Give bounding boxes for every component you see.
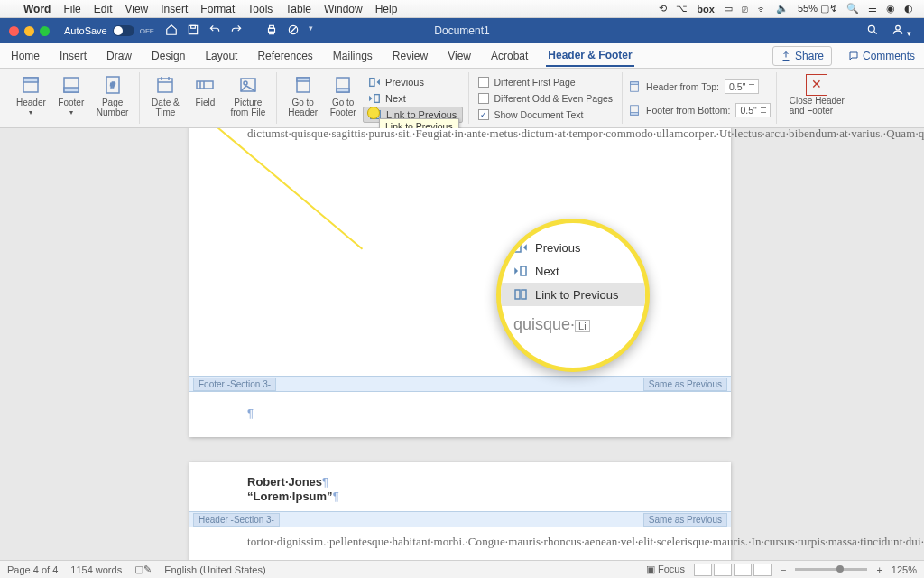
menu-view[interactable]: View — [125, 3, 148, 15]
menubar-volume-icon[interactable]: 🔈 — [776, 3, 789, 14]
previous-button[interactable]: Previous — [363, 74, 463, 90]
menu-file[interactable]: File — [63, 3, 80, 15]
menubar-user-icon[interactable]: ◉ — [886, 3, 895, 14]
field-button[interactable]: Field — [185, 72, 225, 124]
menu-window[interactable]: Window — [324, 3, 363, 15]
menu-table[interactable]: Table — [285, 3, 311, 15]
picture-from-file-button[interactable]: Picture from File — [225, 72, 271, 124]
tab-acrobat[interactable]: Acrobat — [489, 46, 530, 66]
svg-rect-29 — [631, 112, 639, 115]
titlebar-search-icon[interactable] — [866, 23, 879, 39]
tab-header-footer[interactable]: Header & Footer — [546, 45, 633, 67]
svg-rect-27 — [631, 81, 639, 84]
qat-print-icon[interactable] — [265, 23, 278, 39]
svg-rect-33 — [522, 290, 526, 299]
qat-undo-icon[interactable] — [208, 23, 221, 39]
page-upper: dictumst·quisque·sagittis·purus·sit.·Feu… — [189, 128, 731, 437]
svg-rect-4 — [269, 32, 273, 33]
zoom-slider[interactable] — [795, 568, 867, 571]
svg-rect-32 — [515, 290, 520, 299]
status-words[interactable]: 1154 words — [70, 564, 122, 575]
menubar-controlcenter-icon[interactable]: ☰ — [868, 3, 877, 14]
menu-app[interactable]: Word — [23, 3, 51, 15]
qat-none-icon[interactable] — [287, 23, 300, 39]
status-bar: Page 4 of 4 1154 words ▢✎ English (Unite… — [0, 560, 924, 578]
page-number-button[interactable]: #Page Number — [91, 72, 134, 124]
status-spellcheck-icon[interactable]: ▢✎ — [134, 564, 152, 575]
menubar-battery[interactable]: 55% ▢↯ — [798, 3, 837, 14]
titlebar-account-icon[interactable]: ▾ — [892, 23, 911, 39]
status-language[interactable]: English (United States) — [164, 564, 266, 575]
autosave-toggle[interactable]: AutoSave OFF — [64, 25, 154, 36]
menu-insert[interactable]: Insert — [161, 3, 188, 15]
tab-home[interactable]: Home — [9, 46, 42, 66]
zoom-in[interactable]: + — [876, 564, 882, 575]
body-text-1: dictumst·quisque·sagittis·purus·sit.·Feu… — [189, 128, 731, 143]
different-odd-even-checkbox[interactable]: Different Odd & Even Pages — [475, 90, 616, 107]
date-time-button[interactable]: Date & Time — [145, 72, 185, 124]
footer-content[interactable]: ¶ — [189, 394, 311, 428]
menubar-spotlight-icon[interactable]: 🔍 — [846, 3, 859, 14]
status-page[interactable]: Page 4 of 4 — [7, 564, 58, 575]
svg-point-17 — [244, 81, 247, 85]
callout-previous: Previous — [501, 236, 645, 259]
menu-edit[interactable]: Edit — [94, 3, 113, 15]
qat-customize[interactable]: ▾ — [309, 23, 313, 39]
ribbon: Header▾ Footer▾ #Page Number Date & Time… — [0, 69, 924, 128]
header-content[interactable]: Robert·Jones¶ “Lorem·Ipsum”¶ — [189, 462, 731, 511]
svg-rect-14 — [158, 79, 172, 92]
callout-link-to-previous: Link to Previous — [501, 283, 645, 306]
menubar-display-icon[interactable]: ⎚ — [742, 4, 748, 14]
qat-save-icon[interactable] — [187, 23, 199, 39]
svg-rect-9 — [23, 78, 38, 82]
ribbon-tabs: Home Insert Draw Design Layout Reference… — [0, 43, 924, 69]
svg-rect-22 — [370, 78, 374, 86]
next-button[interactable]: Next — [363, 90, 463, 107]
goto-header-button[interactable]: Go to Header — [282, 72, 323, 124]
tab-insert[interactable]: Insert — [58, 46, 88, 66]
window-controls[interactable] — [0, 26, 59, 36]
menubar-airplay-icon[interactable]: ▭ — [724, 3, 733, 14]
document-area: dictumst·quisque·sagittis·purus·sit.·Feu… — [0, 128, 924, 560]
footer-section-bar: Footer -Section 3-Same as Previous — [189, 376, 731, 392]
show-document-text-checkbox[interactable]: ✓Show Document Text — [475, 107, 616, 123]
header-button[interactable]: Header▾ — [11, 72, 51, 124]
menubar-bluetooth-icon[interactable]: ⌥ — [676, 3, 688, 14]
tab-draw[interactable]: Draw — [105, 46, 134, 66]
tab-mailings[interactable]: Mailings — [331, 46, 374, 66]
svg-text:#: # — [110, 80, 115, 89]
page-lower: Robert·Jones¶ “Lorem·Ipsum”¶ Header -Sec… — [189, 462, 731, 560]
comments-button[interactable]: Comments — [848, 50, 915, 62]
close-header-footer-button[interactable]: ✕Close Header and Footer — [782, 72, 852, 124]
footer-button[interactable]: Footer▾ — [51, 72, 91, 124]
status-focus[interactable]: ▣ Focus — [646, 564, 685, 575]
footer-from-bottom-field[interactable]: Footer from Bottom:0.5" — [628, 100, 771, 120]
different-first-page-checkbox[interactable]: Different First Page — [475, 74, 616, 90]
share-button[interactable]: Share — [772, 46, 832, 66]
tab-references[interactable]: References — [255, 46, 314, 66]
menubar-extra-icon[interactable]: ⟲ — [659, 3, 667, 14]
menu-format[interactable]: Format — [200, 3, 235, 15]
menubar-wifi-icon[interactable]: ᯤ — [757, 4, 767, 14]
tab-review[interactable]: Review — [391, 46, 430, 66]
svg-point-7 — [895, 25, 900, 30]
svg-rect-11 — [64, 88, 79, 92]
menu-help[interactable]: Help — [375, 3, 398, 15]
body-text-2a: tortor·dignissim.·pellentesque·habitant·… — [189, 527, 731, 551]
qat-home-icon[interactable] — [165, 23, 178, 39]
zoom-out[interactable]: − — [781, 564, 786, 575]
svg-rect-0 — [189, 25, 197, 33]
qat-redo-icon[interactable] — [230, 23, 243, 39]
goto-footer-button[interactable]: Go to Footer — [323, 72, 363, 124]
view-buttons[interactable] — [694, 564, 772, 576]
tab-layout[interactable]: Layout — [203, 46, 239, 66]
callout-snippet: quisque·Li — [501, 306, 645, 334]
document-title: Document1 — [434, 24, 489, 37]
zoom-level[interactable]: 125% — [892, 564, 917, 575]
menubar-siri-icon[interactable]: ◐ — [904, 3, 913, 14]
tab-design[interactable]: Design — [150, 46, 187, 66]
header-from-top-field[interactable]: Header from Top:0.5" — [628, 77, 771, 97]
menu-tools[interactable]: Tools — [247, 3, 273, 15]
tab-view[interactable]: View — [446, 46, 473, 66]
menubar-box[interactable]: box — [697, 4, 715, 14]
